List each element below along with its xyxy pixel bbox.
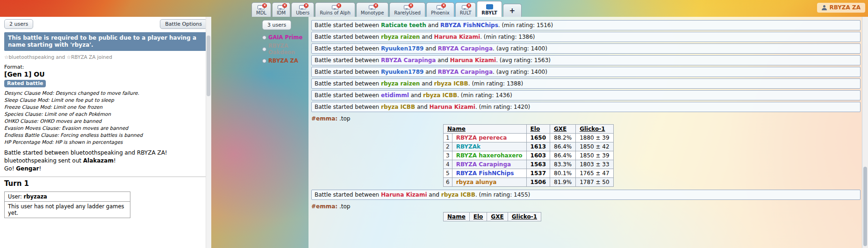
username-link[interactable]: Haruna Kizami [429, 104, 475, 110]
ladder-gxe: 81.9% [550, 178, 576, 187]
room-userlist: 3 users GAIA PrimeRBYZA OakdeonRBYZA ZA [258, 17, 308, 248]
username-link[interactable]: Haruna Kizami [434, 34, 481, 40]
scrollbar-thumb[interactable] [207, 35, 210, 96]
username-link[interactable]: rbyza ICBB [441, 191, 475, 198]
ladder-table: NameEloGXEGlicko-1 [443, 212, 541, 221]
userlist-item[interactable]: RBYZA ZA [261, 57, 308, 65]
battle-rule: Desync Clause Mod: Desyncs changed to mo… [4, 90, 207, 96]
ladder-glicko: 1880 ± 39 [576, 134, 614, 142]
tab-ruins-of-alph[interactable]: ×Ruins of Alph [315, 2, 355, 17]
notice-text: Battle started between [315, 80, 381, 87]
ladder-row: 6rbyza alunya150681.9%1787 ± 50 [444, 178, 614, 187]
notice-text: and [427, 191, 441, 198]
ladder-rank: 2 [444, 142, 452, 151]
format-label: Format: [4, 64, 207, 70]
chat-room-icon: × [404, 5, 411, 9]
rule-name: Desync Clause Mod: [4, 90, 54, 96]
notice-text: and [426, 22, 440, 28]
user-status-icon [262, 59, 266, 63]
ladder-glicko: 1850 ± 39 [576, 151, 614, 160]
username-link[interactable]: Haruna Kizami [381, 191, 427, 198]
userlist-item[interactable]: RBYZA Oakdeon [261, 42, 308, 57]
unread-badge-icon: × [282, 3, 287, 8]
notice-text: and [420, 34, 434, 40]
username-link[interactable]: rbyza raizen [381, 80, 420, 87]
tab-mdl[interactable]: ×MDL [251, 2, 271, 17]
userlist-username: RBYZA Oakdeon [268, 43, 308, 56]
ladder-player-name[interactable]: RBYZAk [452, 142, 526, 151]
tab-ubers[interactable]: ×Ubers [291, 2, 314, 17]
ladder-column-header: GXE [550, 125, 576, 134]
battle-toolbar: 2 users Battle Options [0, 17, 211, 30]
unread-badge-icon: × [262, 3, 267, 8]
notice-text: and [423, 69, 438, 75]
ladder-player-name[interactable]: RBYZA FishNChips [452, 169, 526, 178]
userlist-item[interactable]: GAIA Prime [261, 33, 308, 42]
ladder-info-box: This user has not played any ladder game… [4, 201, 130, 218]
tab-idm[interactable]: ×IDM [272, 2, 290, 17]
battle-rule: Species Clause: Limit one of each Pokémo… [4, 111, 207, 117]
ladder-row: 2RBYZAk161386.4%1850 ± 42 [444, 142, 614, 151]
room-users-button[interactable]: 3 users [262, 20, 291, 30]
ladder-player-name[interactable]: RBYZA perereca [452, 134, 526, 142]
tab-rbylt[interactable]: RBYLT [477, 1, 502, 17]
notice-text: Battle started between [315, 104, 381, 110]
ladder-player-name[interactable]: RBYZA Carapinga [452, 160, 526, 169]
ladder-row: 4RBYZA Carapinga156383.3%1803 ± 33 [444, 160, 614, 169]
battle-scrollbar[interactable] [206, 17, 211, 248]
tab-monotype[interactable]: ×Monotype [356, 2, 389, 17]
notice-rating: . (min rating: 1386) [480, 34, 535, 40]
battle-options-button[interactable]: Battle Options [160, 19, 207, 29]
scrollbar-thumb[interactable] [863, 167, 867, 246]
username-link[interactable]: rbyza raizen [381, 34, 420, 40]
ladder-player-name[interactable]: rbyza alunya [452, 178, 526, 187]
username-link[interactable]: RBYZA Carapinga [438, 45, 493, 52]
notice-text: Battle started between [315, 45, 381, 52]
tab-phoenix[interactable]: ×Phoenix [426, 2, 454, 17]
battle-users-button[interactable]: 2 users [4, 19, 33, 29]
rule-name: Evasion Moves Clause: [4, 125, 60, 131]
ladder-elo: 1537 [526, 169, 550, 178]
ladder-column-header: Name [444, 125, 527, 134]
chat-username[interactable]: #emma: [311, 115, 337, 122]
username-link[interactable]: Raticate teeth [381, 22, 426, 28]
chat-username[interactable]: #emma: [311, 203, 337, 210]
username-link[interactable]: Ryuuken1789 [381, 69, 423, 75]
ladder-row: 1RBYZA perereca165088.2%1880 ± 39 [444, 134, 614, 142]
pokemon-name: Gengar [16, 165, 39, 172]
username-link[interactable]: etidimml [381, 92, 409, 99]
notice-text: Battle started between [315, 69, 381, 75]
ladder-player-name[interactable]: RBYZA haxerohaxero [452, 151, 526, 160]
notice-rating: . (min rating: 1420) [475, 104, 530, 110]
username-link[interactable]: Ryuuken1789 [381, 45, 423, 52]
sent-out-line: bluetoothspeaking sent out Alakazam! [4, 157, 207, 164]
chat-scrollbar[interactable] [862, 17, 868, 248]
battle-rule: Freeze Clause Mod: Limit one foe frozen [4, 104, 207, 110]
battle-rule: Evasion Moves Clause: Evasion moves are … [4, 125, 207, 131]
username-link[interactable]: RBYZA Carapinga [438, 69, 493, 75]
ladder-column-header: Glicko-1 [508, 213, 541, 221]
notice-rating: . (min rating: 1516) [498, 22, 553, 28]
ladder-rank: 3 [444, 151, 452, 160]
new-tab-button[interactable]: + [503, 4, 522, 17]
username-link[interactable]: RBYZA FishNChips [440, 22, 498, 28]
username-link[interactable]: rbyza ICBB [423, 92, 457, 99]
current-user-button[interactable]: RBYZA ZA [817, 3, 865, 13]
tab-rarelyused[interactable]: ×RarelyUsed [389, 2, 425, 17]
chat-room-icon: × [437, 5, 444, 9]
rule-desc: Forcing endless battles is banned [59, 132, 143, 138]
sent-out-text: bluetoothspeaking sent out [4, 157, 83, 164]
format-value: [Gen 1] OU [4, 71, 207, 78]
user-name[interactable]: rbyzaza [24, 193, 47, 200]
username-link[interactable]: rbyza ICBB [434, 80, 468, 87]
ladder-glicko: 1803 ± 33 [576, 160, 614, 169]
username-link[interactable]: RBYZA Carapinga [381, 57, 436, 64]
username-link[interactable]: Haruna Kizami [450, 57, 496, 64]
notice-rating: . (min rating: 1455) [475, 191, 530, 198]
username-link[interactable]: rbyza ICBB [381, 104, 415, 110]
room-tabs: ×MDL×IDM×Ubers×Ruins of Alph×Monotype×Ra… [251, 1, 503, 17]
plus-icon: + [509, 7, 516, 15]
battle-started-line: Battle started between bluetoothspeaking… [4, 149, 207, 156]
notice-text: Battle started between [315, 92, 381, 99]
tab-rult[interactable]: ×RULT [455, 2, 476, 17]
